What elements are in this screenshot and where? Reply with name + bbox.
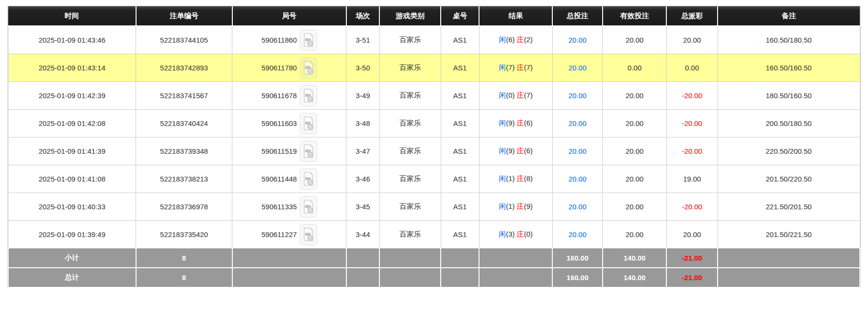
total-bet-link[interactable]: 20.00: [569, 203, 587, 211]
payout-value: 19.00: [683, 175, 701, 183]
round-id-value: 590611678: [262, 91, 297, 100]
video-file-icon: [303, 228, 314, 242]
video-file-icon: [303, 89, 314, 103]
video-replay-button[interactable]: [300, 57, 317, 79]
video-replay-button[interactable]: [300, 113, 317, 134]
total-bet-link[interactable]: 20.00: [569, 91, 587, 100]
cell-round-id: 590611603: [232, 110, 346, 137]
payout-value: 0.00: [685, 64, 699, 72]
cell-time: 2025-01-09 01:43:46: [8, 26, 136, 54]
summary-row: 小计 8 160.00 140.00 -21.00: [8, 249, 860, 268]
cell-time: 2025-01-09 01:42:08: [8, 110, 136, 137]
cell-round-id: 590611780: [232, 54, 346, 82]
result-banker-label: 庄: [517, 119, 524, 127]
round-id-value: 590611519: [262, 147, 297, 155]
result-player-label: 闲: [499, 91, 506, 99]
column-header-total-bet: 总投注: [552, 6, 603, 26]
result-player-label: 闲: [499, 119, 506, 127]
cell-remark: 201.50/221.50: [718, 221, 860, 249]
video-replay-button[interactable]: [300, 224, 317, 245]
cell-bet-id: 522183742893: [136, 54, 232, 82]
summary-empty-remark: [718, 268, 860, 287]
summary-count: 8: [136, 268, 232, 287]
total-bet-link[interactable]: 20.00: [569, 119, 587, 127]
total-bet-link[interactable]: 20.00: [569, 175, 587, 183]
video-replay-button[interactable]: [300, 196, 317, 217]
total-bet-link[interactable]: 20.00: [569, 147, 587, 155]
summary-empty-table-no: [441, 268, 479, 287]
cell-game-type: 百家乐: [379, 137, 441, 165]
result-banker-label: 庄: [517, 202, 524, 210]
cell-result: 闲(7) 庄(7): [479, 54, 552, 82]
cell-result: 闲(1) 庄(8): [479, 165, 552, 193]
video-replay-button[interactable]: [300, 85, 317, 106]
cell-payout: 20.00: [666, 26, 718, 54]
cell-session: 3-48: [346, 110, 379, 137]
table-header: 时间 注单编号 局号 场次 游戏类别 桌号 结果 总投注 有效投注 总派彩 备注: [8, 6, 860, 26]
cell-result: 闲(9) 庄(6): [479, 137, 552, 165]
video-replay-button[interactable]: [300, 169, 317, 190]
result-player-label: 闲: [499, 230, 506, 238]
column-header-valid-bet: 有效投注: [603, 6, 666, 26]
cell-session: 3-47: [346, 137, 379, 165]
cell-valid-bet: 0.00: [603, 54, 666, 82]
cell-bet-id: 522183735420: [136, 221, 232, 249]
result-player-label: 闲: [499, 202, 506, 210]
cell-valid-bet: 20.00: [603, 221, 666, 249]
cell-bet-id: 522183744105: [136, 26, 232, 54]
table-row: 2025-01-09 01:39:49 522183735420 5906112…: [8, 221, 860, 249]
payout-value: -20.00: [682, 147, 702, 155]
total-bet-link[interactable]: 20.00: [569, 230, 587, 239]
cell-remark: 180.50/160.50: [718, 82, 860, 110]
cell-table-no: AS1: [441, 82, 479, 110]
cell-payout: 20.00: [666, 221, 718, 249]
column-header-round-id: 局号: [232, 6, 346, 26]
cell-bet-id: 522183741567: [136, 82, 232, 110]
video-file-icon: [303, 33, 314, 47]
summary-valid-bet: 140.00: [603, 249, 666, 268]
cell-time: 2025-01-09 01:39:49: [8, 221, 136, 249]
cell-remark: 221.50/201.50: [718, 193, 860, 221]
cell-game-type: 百家乐: [379, 221, 441, 249]
payout-value: -20.00: [682, 203, 702, 211]
video-replay-button[interactable]: [300, 30, 317, 51]
summary-empty-game-type: [379, 249, 441, 268]
table-row: 2025-01-09 01:43:14 522183742893 5906117…: [8, 54, 860, 82]
cell-payout: -20.00: [666, 193, 718, 221]
cell-total-bet: 20.00: [552, 193, 603, 221]
cell-payout: 19.00: [666, 165, 718, 193]
cell-valid-bet: 20.00: [603, 26, 666, 54]
cell-game-type: 百家乐: [379, 110, 441, 137]
cell-session: 3-46: [346, 165, 379, 193]
total-bet-link[interactable]: 20.00: [569, 36, 587, 44]
table-row: 2025-01-09 01:41:08 522183738213 5906114…: [8, 165, 860, 193]
payout-value: 20.00: [683, 230, 701, 239]
cell-round-id: 590611860: [232, 26, 346, 54]
cell-remark: 200.50/180.50: [718, 110, 860, 137]
result-player-score: (3): [506, 230, 514, 238]
cell-time: 2025-01-09 01:41:39: [8, 137, 136, 165]
cell-session: 3-45: [346, 193, 379, 221]
cell-total-bet: 20.00: [552, 54, 603, 82]
summary-empty-session: [346, 268, 379, 287]
summary-empty-remark: [718, 249, 860, 268]
result-banker-score: (7): [524, 91, 533, 99]
summary-payout-value: -21.00: [682, 273, 702, 282]
total-bet-link[interactable]: 20.00: [569, 64, 587, 72]
cell-session: 3-50: [346, 54, 379, 82]
cell-valid-bet: 20.00: [603, 193, 666, 221]
result-banker-label: 庄: [517, 63, 524, 71]
cell-game-type: 百家乐: [379, 82, 441, 110]
cell-table-no: AS1: [441, 26, 479, 54]
table-row: 2025-01-09 01:42:39 522183741567 5906116…: [8, 82, 860, 110]
video-replay-button[interactable]: [300, 141, 317, 162]
summary-payout-value: -21.00: [682, 254, 702, 262]
cell-table-no: AS1: [441, 110, 479, 137]
cell-remark: 160.50/160.50: [718, 54, 860, 82]
summary-empty-round: [232, 249, 346, 268]
cell-round-id: 590611335: [232, 193, 346, 221]
cell-valid-bet: 20.00: [603, 165, 666, 193]
cell-table-no: AS1: [441, 193, 479, 221]
cell-valid-bet: 20.00: [603, 82, 666, 110]
cell-payout: 0.00: [666, 54, 718, 82]
